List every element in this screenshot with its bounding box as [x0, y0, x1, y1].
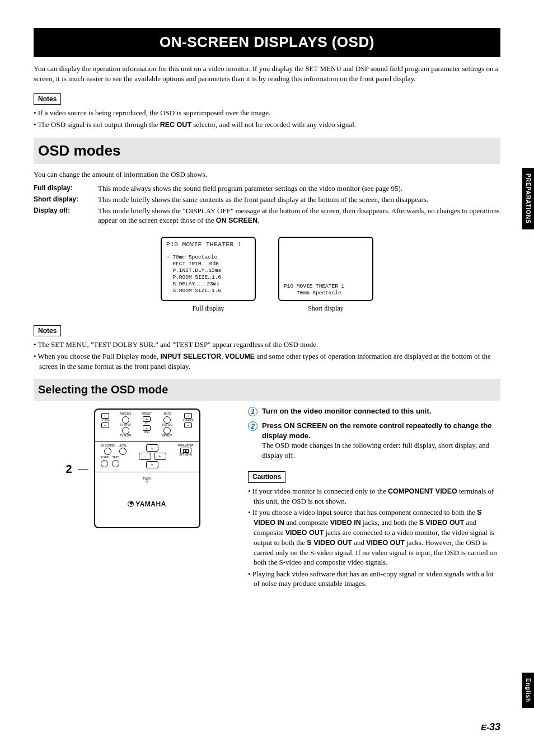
remote-plus-button: + [101, 413, 109, 419]
remote-label: SLEEP [101, 457, 109, 459]
remote-parameter-icon [180, 448, 191, 453]
remote-label: PRESET [142, 413, 152, 416]
page-title-banner: ON-SCREEN DISPLAYS (OSD) [34, 28, 500, 57]
text: When you choose the Full Display mode, [38, 352, 161, 360]
bold-text: VIDEO OUT [285, 529, 324, 537]
def-term-off: Display off: [34, 206, 98, 227]
text: . [257, 216, 259, 224]
remote-up-button: ▵ [146, 444, 158, 452]
notes-heading-1: Notes [34, 93, 61, 105]
text: If your video monitor is connected only … [252, 487, 388, 495]
remote-onscreen-button [104, 448, 111, 455]
def-term-full: Full display: [34, 184, 98, 195]
step-2: 2 Press ON SCREEN on the remote control … [248, 421, 500, 460]
text: selector, and will not be recorded with … [191, 120, 356, 129]
def-desc-short: This mode briefly shows the same content… [98, 195, 500, 206]
remote-label: CH [145, 422, 149, 425]
section-heading-selecting: Selecting the OSD mode [34, 379, 500, 401]
remote-brand: YAMAHA [101, 500, 194, 509]
remote-sleep-group: SLEEP [101, 457, 109, 467]
bold-text: ON SCREEN [216, 217, 257, 224]
remote-sleep-button [101, 460, 108, 467]
note-item: The OSD signal is not output through the… [34, 120, 500, 130]
remote-test-button [112, 460, 119, 467]
remote-level-group: LEVEL [119, 445, 127, 456]
intro-paragraph: You can display the operation informatio… [34, 64, 500, 83]
remote-ch-group: PRESET + CH – DISC [142, 413, 152, 434]
step-1: 1 Turn on the video monitor connected to… [248, 406, 500, 416]
bold-text: VOLUME [225, 353, 255, 360]
osd-full-title: P10 MOVIE THEATER 1 [166, 241, 250, 248]
remote-label: STEREO [162, 424, 173, 427]
remote-label: PARAMETER [178, 445, 194, 448]
text: If you choose a video input source that … [252, 508, 477, 516]
remote-volume-group: + VOLUME – [183, 413, 194, 428]
osd-full-display-box: P10 MOVIE THEATER 1 → 70mm Spectacle EFC… [161, 237, 256, 301]
text: jacks, and both the [361, 518, 419, 527]
bold-text: VIDEO IN [330, 519, 361, 527]
osd-short-display-box: P10 MOVIE THEATER 1 70mm Spectacle [278, 237, 373, 301]
note-item: The SET MENU, "TEST DOLBY SUR." and "TES… [34, 340, 500, 350]
caution-item: If your video monitor is connected only … [248, 486, 500, 506]
side-tab-preparations: PREPARATIONS [522, 168, 535, 229]
remote-label: A/B/C/D/E [120, 413, 132, 416]
remote-mute-group: MUTE STEREO EFFECT [162, 413, 173, 438]
bold-text: S VIDEO OUT [419, 519, 465, 527]
cautions-heading: Cautions [248, 471, 285, 482]
remote-label: EFFECT [162, 435, 172, 438]
remote-preset-group: A/B/C/D/E TV INPUT TV MUTE [120, 413, 132, 438]
remote-minus-button: – [101, 422, 109, 428]
bold-text: VIDEO OUT [366, 539, 405, 547]
remote-ch-minus: – [143, 425, 151, 431]
bold-text: INPUT SELECTOR [160, 353, 221, 360]
remote-label: VOLUME [183, 419, 194, 422]
remote-down-button: ▿ [146, 461, 158, 468]
notes-list-2: The SET MENU, "TEST DOLBY SUR." and "TES… [34, 340, 500, 371]
caution-item: If you choose a video input source that … [248, 508, 500, 567]
remote-push-indicator: PUSH▽▽ [101, 478, 194, 484]
def-desc-off: This mode briefly shows the "DISPLAY OFF… [98, 206, 500, 227]
remote-label: ON SCREEN [101, 445, 116, 448]
note-item: If a video source is being reproduced, t… [34, 108, 500, 118]
brand-text: YAMAHA [135, 500, 166, 508]
remote-dpad: ▵ – + ▿ [130, 445, 175, 468]
remote-diagram-column: 2 + TV VOL – A/B/C/D/E TV INPUT TV MUTE [34, 406, 232, 594]
remote-tvvol-group: + TV VOL – [101, 413, 110, 428]
step-number-icon: 2 [248, 421, 257, 431]
text: This mode briefly shows the "DISPLAY OFF… [98, 206, 500, 225]
step-2-title: Press ON SCREEN on the remote control re… [262, 421, 500, 440]
bold-text: S VIDEO OUT [307, 539, 352, 547]
bold-text: REC OUT [160, 121, 191, 129]
callout-line [78, 469, 88, 470]
remote-vol-plus: + [184, 413, 192, 419]
osd-short-body: P10 MOVIE THEATER 1 70mm Spectacle [284, 283, 368, 297]
osd-full-caption: Full display [192, 304, 224, 313]
text: and composite [284, 518, 330, 527]
remote-minus-dpad: – [139, 453, 151, 460]
remote-stereo-button [163, 427, 171, 434]
remote-parameter-group: PARAMETER SET MENU [178, 445, 194, 457]
caution-item: Playing back video software that has an … [248, 569, 500, 589]
remote-label: TEST [113, 457, 119, 459]
remote-onscreen-group: ON SCREEN [101, 445, 116, 456]
osd-preview-row: P10 MOVIE THEATER 1 → 70mm Spectacle EFC… [34, 237, 500, 313]
remote-ch-plus: + [143, 416, 151, 422]
remote-label: TV VOL [101, 419, 110, 422]
step-number-icon: 1 [248, 407, 257, 416]
bold-text: COMPONENT VIDEO [388, 487, 457, 495]
remote-test-group: TEST [112, 457, 119, 467]
text: The OSD signal is not output through the [38, 120, 160, 129]
page-num-value: 33 [489, 721, 500, 732]
remote-level-button [119, 448, 127, 455]
def-term-short: Short display: [34, 195, 98, 206]
page-prefix: E- [481, 722, 489, 732]
step-1-title: Turn on the video monitor connected to t… [262, 406, 500, 416]
osd-full-body: → 70mm Spectacle EFCT TRIM‥‥0dB P.INIT.D… [166, 254, 250, 294]
remote-label: TV INPUT [120, 424, 132, 427]
cautions-list: If your video monitor is connected only … [248, 486, 500, 589]
side-tab-english: English [522, 673, 535, 708]
remote-label: TV MUTE [120, 435, 131, 438]
remote-label: SET MENU [179, 454, 192, 457]
remote-tvmute-button [122, 427, 129, 434]
osd-modes-definitions: Full display: This mode always shows the… [34, 184, 500, 227]
